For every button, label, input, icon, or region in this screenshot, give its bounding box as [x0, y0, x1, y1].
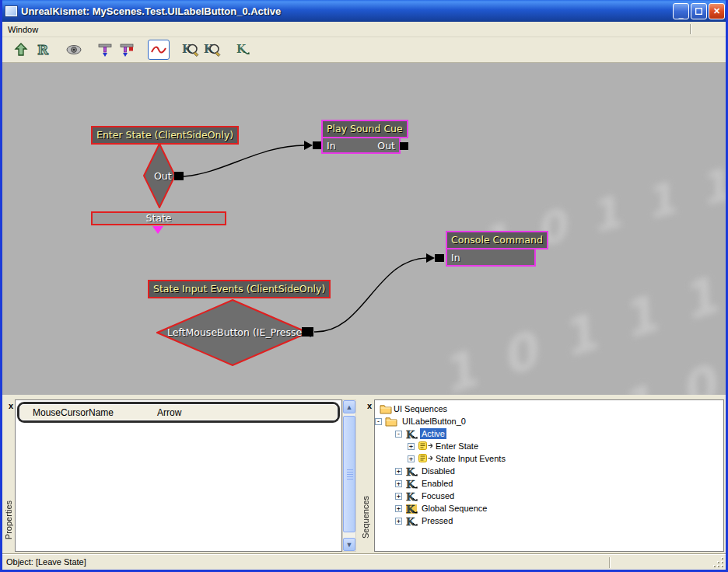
- node-play-sound-body[interactable]: In Out: [321, 137, 401, 154]
- maximize-button[interactable]: [691, 3, 707, 19]
- kismet-global-icon: K: [406, 504, 419, 516]
- connection-wires: [2, 63, 726, 395]
- tree-item-label[interactable]: Enter State: [434, 441, 480, 452]
- collapse-icon[interactable]: -: [375, 418, 382, 425]
- rename-sequence-icon[interactable]: R: [33, 40, 53, 60]
- open-kismet-icon[interactable]: K: [233, 40, 254, 60]
- property-name: MouseCursorName: [20, 407, 154, 418]
- resize-grip[interactable]: [714, 558, 723, 567]
- graph-canvas[interactable]: 1 0 1 1 1 0 1 0 1 1 0 1 0 1 0 1 0 1 1 1 …: [2, 63, 726, 395]
- state-variable-connector[interactable]: [152, 226, 163, 234]
- tree-item-ui-sequences[interactable]: UI Sequences: [375, 403, 723, 416]
- tree-item-active[interactable]: -KActive: [375, 428, 723, 441]
- tree-item-label[interactable]: Global Sequence: [420, 503, 488, 514]
- properties-panel-label: Properties: [4, 500, 13, 539]
- menu-bar: Window: [2, 22, 726, 37]
- properties-panel[interactable]: MouseCursorNameArrow: [15, 399, 342, 552]
- expand-icon[interactable]: +: [395, 505, 402, 512]
- tree-item-uilabelbutton-0[interactable]: -UILabelButton_0: [375, 416, 723, 428]
- curved-connections-icon[interactable]: [148, 40, 170, 60]
- expand-icon[interactable]: +: [395, 518, 402, 525]
- property-value[interactable]: Arrow: [154, 407, 181, 418]
- expand-icon[interactable]: +: [408, 455, 415, 462]
- kismet-icon: K: [406, 491, 419, 504]
- node-state-input-title[interactable]: State Input Events (ClientSideOnly): [148, 280, 331, 298]
- enter-state-out-connector[interactable]: [174, 172, 184, 180]
- hide-connectors-icon[interactable]: [95, 40, 115, 60]
- play-sound-out-connector[interactable]: [400, 142, 408, 150]
- kismet-icon: K: [406, 479, 419, 491]
- tree-item-label[interactable]: UI Sequences: [392, 403, 449, 414]
- zoom-to-fit-icon[interactable]: K: [180, 40, 201, 60]
- scroll-down-icon[interactable]: ▼: [343, 538, 355, 551]
- minimize-button[interactable]: _: [673, 3, 689, 19]
- bottom-panels: x Properties MouseCursorNameArrow ▲ ▼ x …: [2, 395, 726, 553]
- event-icon: [418, 441, 435, 452]
- zoom-selected-icon[interactable]: K: [202, 40, 222, 60]
- state-input-out-connector[interactable]: [302, 327, 313, 337]
- scroll-thumb[interactable]: [343, 416, 355, 532]
- svg-text:K: K: [236, 43, 247, 55]
- play-sound-out-label: Out: [377, 140, 395, 152]
- node-play-sound-title[interactable]: Play Sound Cue: [321, 120, 408, 138]
- sequence-tree: UI Sequences-UILabelButton_0-KActive+Ent…: [375, 400, 723, 551]
- status-bar: Object: [Leave State]: [2, 553, 726, 570]
- properties-scrollbar[interactable]: ▲ ▼: [342, 399, 356, 552]
- scroll-up-icon[interactable]: ▲: [343, 400, 355, 413]
- sequences-panel-label: Sequences: [361, 496, 370, 539]
- tree-item-pressed[interactable]: +KPressed: [375, 515, 723, 528]
- menu-window[interactable]: Window: [2, 23, 44, 36]
- tree-item-label[interactable]: UILabelButton_0: [401, 416, 467, 427]
- tree-item-enter-state[interactable]: +Enter State: [375, 441, 723, 453]
- show-connectors-icon[interactable]: [117, 40, 137, 60]
- node-console-command-body[interactable]: In: [446, 248, 536, 267]
- expand-icon[interactable]: +: [395, 493, 402, 500]
- expand-icon[interactable]: +: [395, 480, 402, 487]
- svg-text:K: K: [406, 466, 415, 477]
- maximize-icon: [695, 8, 702, 15]
- tree-item-label[interactable]: Active: [420, 428, 446, 439]
- expand-icon[interactable]: +: [408, 443, 415, 450]
- toolbar: R K K K: [2, 37, 726, 63]
- play-sound-in-label: In: [327, 140, 336, 152]
- kismet-icon: K: [406, 429, 419, 441]
- close-button[interactable]: ✕: [709, 3, 725, 19]
- node-console-command-title[interactable]: Console Command: [446, 231, 548, 249]
- folder-icon: [380, 404, 392, 416]
- tree-item-state-input-events[interactable]: +State Input Events: [375, 453, 723, 466]
- status-separator: [609, 557, 610, 568]
- sequences-panel[interactable]: UI Sequences-UILabelButton_0-KActive+Ent…: [374, 399, 724, 552]
- tree-item-label[interactable]: State Input Events: [434, 453, 507, 464]
- tree-item-global-sequence[interactable]: +KGlobal Sequence: [375, 503, 723, 515]
- svg-text:R: R: [37, 42, 49, 58]
- console-command-in-label: In: [451, 252, 460, 263]
- expand-icon[interactable]: +: [395, 468, 402, 475]
- tree-item-label[interactable]: Focused: [420, 490, 456, 501]
- svg-text:K: K: [406, 429, 415, 440]
- state-input-event-label: LeftMouseButton (IE_Pressed): [167, 326, 312, 338]
- tree-item-focused[interactable]: +KFocused: [375, 490, 723, 503]
- window-title: UnrealKismet: MyScenes.Test.UILabelButto…: [21, 5, 281, 17]
- tree-item-label[interactable]: Pressed: [420, 515, 454, 526]
- svg-text:K: K: [406, 491, 415, 502]
- play-sound-in-connector[interactable]: [313, 141, 321, 149]
- tree-item-disabled[interactable]: +KDisabled: [375, 466, 723, 478]
- svg-text:K: K: [406, 479, 415, 490]
- console-command-in-connector[interactable]: [435, 254, 444, 262]
- node-enter-state-title[interactable]: Enter State (ClientSideOnly): [91, 126, 239, 145]
- parent-sequence-icon[interactable]: [11, 40, 31, 60]
- tree-item-enabled[interactable]: +KEnabled: [375, 478, 723, 490]
- tree-item-label[interactable]: Enabled: [420, 478, 454, 489]
- svg-text:K: K: [406, 516, 415, 527]
- tree-item-label[interactable]: Disabled: [420, 466, 457, 476]
- status-text: Object: [Leave State]: [6, 557, 86, 567]
- property-row[interactable]: MouseCursorNameArrow: [17, 402, 340, 423]
- search-icon[interactable]: [64, 40, 84, 60]
- state-variable-node[interactable]: State: [91, 211, 226, 225]
- title-bar[interactable]: UnrealKismet: MyScenes.Test.UILabelButto…: [0, 0, 728, 22]
- collapse-icon[interactable]: -: [395, 431, 402, 438]
- sequences-close-button[interactable]: x: [365, 402, 374, 411]
- menu-separator: [690, 24, 691, 34]
- unrealkismet-window: UnrealKismet: MyScenes.Test.UILabelButto…: [0, 0, 728, 572]
- svg-text:K: K: [406, 504, 415, 514]
